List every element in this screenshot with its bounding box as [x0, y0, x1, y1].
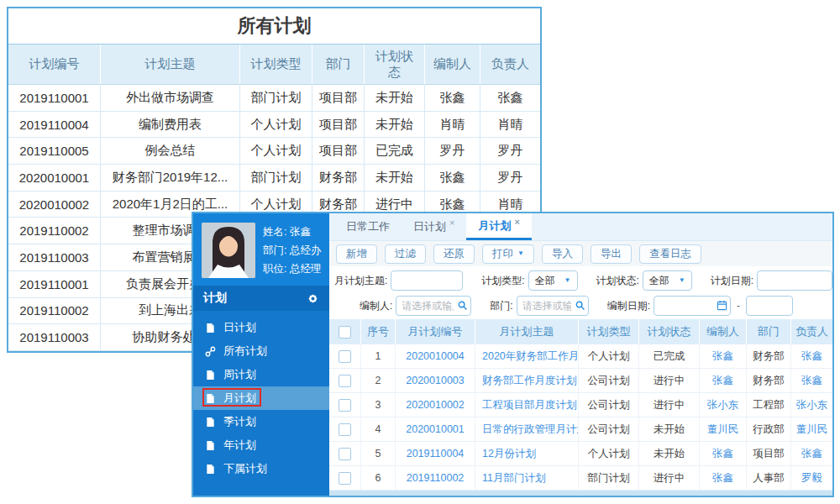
file-icon — [205, 440, 216, 451]
cell-id[interactable]: 2020010003 — [396, 369, 475, 393]
row-checkbox[interactable] — [339, 423, 351, 436]
tab-日计划[interactable]: 日计划× — [402, 213, 466, 240]
tab-label: 日常工作 — [346, 219, 390, 234]
cell-no: 3 — [361, 393, 396, 417]
cell-owner[interactable]: 罗毅 — [791, 466, 832, 491]
plan-date-filter-input[interactable] — [757, 270, 832, 291]
bg-column-header-label: 部门 — [326, 56, 351, 72]
cell-subject[interactable]: 2020年财务部工作月... — [475, 344, 579, 369]
bg-cell: 例会总结 — [101, 138, 240, 165]
cell-owner[interactable]: 张鑫 — [791, 369, 832, 393]
cell-owner[interactable]: 张小东 — [791, 393, 832, 417]
cell-dept: 人事部 — [747, 466, 791, 491]
bg-cell: 部门计划 — [240, 165, 312, 192]
bg-cell: 外出做市场调查 — [101, 85, 240, 112]
tab-日常工作[interactable]: 日常工作 — [334, 213, 402, 240]
bg-cell: 2019110001 — [8, 85, 101, 112]
create-date-from-box[interactable] — [654, 296, 731, 316]
bg-cell: 个人计划 — [240, 138, 312, 165]
sidebar-item-下属计划[interactable]: 下属计划 — [193, 457, 329, 480]
gear-icon[interactable] — [307, 292, 319, 305]
cell-id[interactable]: 2019110002 — [396, 466, 475, 491]
create-date-to-input[interactable] — [746, 296, 793, 316]
dept-filter-searchbox[interactable] — [517, 296, 589, 316]
toolbar-button-还原[interactable]: 还原 — [433, 244, 475, 264]
sidebar-item-所有计划[interactable]: 所有计划 — [193, 339, 329, 363]
close-icon[interactable]: × — [514, 217, 519, 227]
sidebar-item-label: 下属计划 — [223, 461, 267, 476]
subject-filter-input[interactable] — [391, 270, 463, 291]
file-icon — [205, 393, 216, 404]
creator-filter-searchbox[interactable] — [396, 296, 471, 316]
sidebar-item-label: 年计划 — [223, 438, 256, 453]
sidebar-section-title: 计划 — [203, 291, 227, 306]
sidebar-section-header[interactable]: 计划 — [193, 286, 329, 311]
cell-creator[interactable]: 张鑫 — [700, 442, 747, 466]
cell-creator[interactable]: 张鑫 — [700, 344, 747, 369]
toolbar-button-导出[interactable]: 导出 — [591, 244, 632, 264]
cell-subject[interactable]: 11月部门计划 — [475, 466, 579, 491]
calendar-icon[interactable] — [717, 300, 727, 311]
bg-cell: 已完成 — [365, 138, 425, 165]
bg-column-header-label: 编制人 — [433, 56, 471, 72]
sidebar-item-月计划[interactable]: 月计划 — [193, 386, 329, 410]
plan-column-header: 负责人 — [791, 319, 832, 344]
toolbar-button-查看日志[interactable]: 查看日志 — [639, 244, 701, 264]
bg-column-header: 计划编号 — [8, 45, 101, 85]
cell-subject[interactable]: 12月份计划 — [475, 442, 579, 466]
bg-cell: 2019110003 — [8, 244, 101, 271]
cell-id[interactable]: 2020010004 — [396, 344, 475, 369]
row-checkbox[interactable] — [339, 448, 351, 460]
search-icon[interactable] — [457, 300, 468, 311]
toolbar-button-打印[interactable]: 打印▼ — [482, 244, 534, 264]
row-checkbox[interactable] — [339, 472, 351, 485]
sidebar-menu: 日计划所有计划周计划月计划季计划年计划下属计划 — [193, 311, 329, 496]
sidebar-item-季计划[interactable]: 季计划 — [193, 410, 329, 433]
status-filter-select[interactable]: 全部 ▼ — [643, 270, 692, 291]
cell-status: 进行中 — [639, 466, 700, 491]
cell-id[interactable]: 2019110004 — [396, 442, 475, 466]
cell-subject[interactable]: 工程项目部月度计划 — [475, 393, 579, 417]
horizontal-scrollbar[interactable] — [329, 491, 832, 496]
sidebar-item-日计划[interactable]: 日计划 — [193, 316, 329, 339]
cell-creator[interactable]: 张鑫 — [700, 466, 747, 491]
toolbar-button-导入[interactable]: 导入 — [542, 244, 583, 264]
table-row: 22020010003财务部工作月度计划公司计划进行中张鑫财务部张鑫 — [329, 369, 832, 393]
row-checkbox[interactable] — [339, 399, 351, 412]
bg-cell: 罗丹 — [425, 138, 480, 165]
type-filter-value: 全部 — [535, 274, 555, 288]
cell-creator[interactable]: 张小东 — [700, 393, 747, 417]
bg-cell: 2020010001 — [8, 165, 101, 192]
cell-type: 公司计划 — [579, 393, 639, 417]
cell-owner[interactable]: 董川民 — [791, 417, 832, 442]
bg-cell: 2020010002 — [8, 192, 101, 218]
cell-owner[interactable]: 张鑫 — [791, 344, 832, 369]
plan-column-header: 编制人 — [700, 319, 747, 344]
toolbar-button-新增[interactable]: 新增 — [336, 244, 377, 264]
close-icon[interactable]: × — [449, 218, 454, 228]
row-checkbox[interactable] — [339, 350, 351, 363]
select-all-checkbox[interactable] — [339, 326, 351, 339]
creator-filter-label: 编制人: — [360, 299, 392, 313]
sidebar-item-周计划[interactable]: 周计划 — [193, 363, 329, 386]
bg-cell: 肖晴 — [480, 112, 540, 139]
cell-id[interactable]: 2020010001 — [396, 417, 475, 442]
toolbar: 新增过滤还原打印▼导入导出查看日志 — [329, 241, 832, 266]
row-checkbox[interactable] — [339, 375, 351, 387]
cell-subject[interactable]: 财务部工作月度计划 — [475, 369, 579, 393]
tab-月计划[interactable]: 月计划× — [466, 213, 531, 240]
sidebar-item-label: 月计划 — [223, 391, 256, 406]
toolbar-button-过滤[interactable]: 过滤 — [385, 244, 426, 264]
cell-dept: 项目部 — [747, 442, 791, 466]
bg-cell: 罗丹 — [480, 165, 540, 192]
bg-cell: 部门计划 — [240, 85, 312, 112]
type-filter-select[interactable]: 全部 ▼ — [528, 270, 578, 291]
cell-subject[interactable]: 日常的行政管理月计划 — [475, 417, 579, 442]
bg-cell: 张鑫 — [480, 85, 540, 112]
cell-id[interactable]: 2020010002 — [396, 393, 475, 417]
cell-creator[interactable]: 董川民 — [700, 417, 747, 442]
cell-owner[interactable]: 张鑫 — [791, 442, 832, 466]
cell-creator[interactable]: 张鑫 — [700, 369, 747, 393]
sidebar-item-年计划[interactable]: 年计划 — [193, 433, 329, 457]
search-icon[interactable] — [575, 300, 585, 311]
